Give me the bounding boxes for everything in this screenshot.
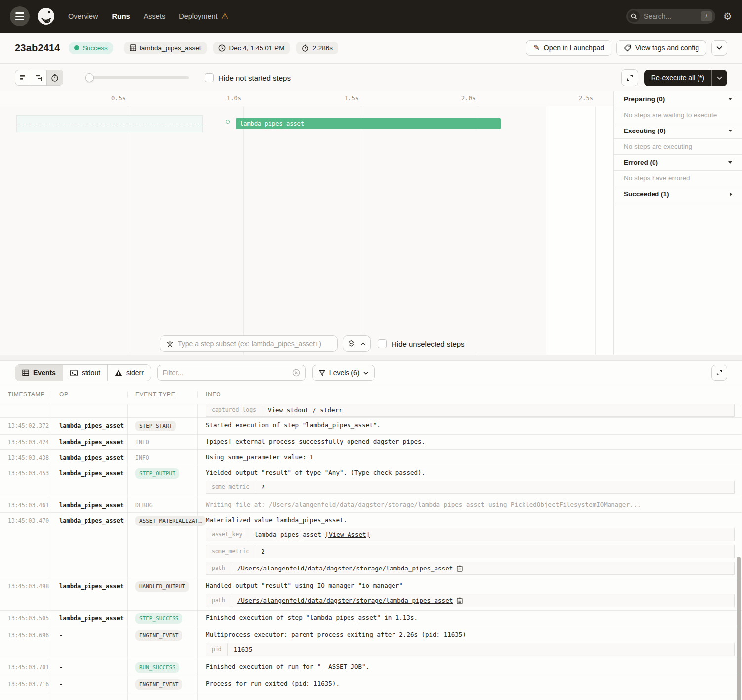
table-row[interactable]: 13:45:03.453 lambda_pipes_asset STEP_OUT…: [0, 465, 742, 497]
slider-knob[interactable]: [85, 73, 94, 82]
view-stdout-stderr-link[interactable]: View stdout / stderr: [268, 406, 343, 414]
open-launchpad-button[interactable]: ✎ Open in Launchpad: [526, 40, 611, 56]
gantt-fullscreen-button[interactable]: [621, 69, 638, 86]
empty-message: No steps are waiting to execute: [624, 111, 717, 119]
reexecute-all-button[interactable]: Re-execute all (*): [644, 70, 727, 86]
reexecute-dropdown-button[interactable]: [711, 70, 727, 86]
event-timestamp: 13:45:02.372: [8, 422, 49, 429]
copy-path-icon[interactable]: [457, 597, 463, 604]
stopwatch-icon: [51, 74, 59, 82]
run-header-more-button[interactable]: [711, 40, 727, 56]
events-scrollbar-thumb[interactable]: [737, 557, 741, 700]
table-row[interactable]: 13:45:03.438 lambda_pipes_asset INFO Usi…: [0, 450, 742, 465]
col-op: OP: [51, 391, 128, 398]
top-nav: Overview Runs Assets Deployment ⚠ / ⚙: [0, 0, 742, 33]
gantt-chart-body: lambda_pipes_asset Hide unselected steps: [0, 106, 613, 355]
step-subset-input[interactable]: [178, 340, 331, 348]
event-timestamp: 13:45:03.505: [8, 615, 49, 622]
settings-gear-icon[interactable]: ⚙: [723, 11, 732, 21]
log-filter-box[interactable]: [157, 365, 306, 381]
path-link[interactable]: /Users/alangenfeld/data/dagster/storage/…: [237, 597, 453, 604]
copy-path-icon[interactable]: [457, 565, 463, 572]
sidebar-section-preparing[interactable]: Preparing (0): [614, 91, 742, 107]
event-info: Started execution of step "lambda_pipes_…: [206, 421, 742, 430]
table-row[interactable]: 13:45:03.716 - ENGINE_EVENT Process for …: [0, 676, 742, 693]
event-op: lambda_pipes_asset: [59, 454, 124, 461]
table-row[interactable]: 13:45:03.505 lambda_pipes_asset STEP_SUC…: [0, 611, 742, 627]
table-row[interactable]: 13:45:02.372 lambda_pipes_asset STEP_STA…: [0, 418, 742, 435]
slider-track[interactable]: [89, 76, 189, 79]
metadata-key: path: [206, 594, 231, 607]
path-link[interactable]: /Users/alangenfeld/data/dagster/storage/…: [237, 565, 453, 572]
metadata-key: pid: [206, 643, 228, 656]
nav-runs[interactable]: Runs: [112, 12, 130, 20]
event-info: Finished execution of step "lambda_pipes…: [206, 613, 742, 622]
table-row[interactable]: 13:45:03.461 lambda_pipes_asset DEBUG Wr…: [0, 497, 742, 513]
search-input[interactable]: [644, 12, 693, 20]
hide-not-started-label: Hide not started steps: [218, 74, 291, 82]
global-search[interactable]: /: [626, 9, 715, 24]
event-type-plain: INFO: [135, 454, 149, 461]
step-start-marker-icon: [226, 120, 230, 124]
job-tag[interactable]: lambda_pipes_asset: [124, 42, 207, 54]
view-mode-timed-button[interactable]: [47, 70, 63, 85]
gantt-chart: 0.5s 1.0s 1.5s 2.0s 2.5s lambda_pipes_as…: [0, 91, 613, 355]
clear-filter-icon[interactable]: [292, 369, 300, 377]
table-row[interactable]: 13:45:03.424 lambda_pipes_asset INFO [pi…: [0, 435, 742, 450]
warning-triangle-icon: [115, 370, 122, 376]
start-time-label: Dec 4, 1:45:01 PM: [229, 44, 285, 52]
levels-filter-button[interactable]: Levels (6): [312, 365, 375, 381]
hide-not-started-control[interactable]: Hide not started steps: [205, 73, 291, 82]
table-row[interactable]: 13:45:03.470 lambda_pipes_asset ASSET_MA…: [0, 513, 742, 578]
chevron-down-icon: [716, 46, 722, 50]
tab-stderr[interactable]: stderr: [108, 365, 151, 381]
event-timestamp: 13:45:03.424: [8, 439, 49, 446]
view-mode-waterfall-button[interactable]: [31, 70, 47, 85]
hide-unselected-checkbox[interactable]: [378, 339, 387, 348]
event-timestamp: 13:45:03.498: [8, 583, 49, 590]
expand-icon: [716, 369, 722, 376]
section-label: Preparing (0): [624, 95, 665, 103]
job-tag-label: lambda_pipes_asset: [140, 44, 201, 52]
step-subset-box[interactable]: [160, 335, 338, 352]
table-row[interactable]: captured_logs View stdout / stderr: [0, 404, 742, 418]
dagster-logo-icon[interactable]: [37, 7, 55, 26]
log-filter-input[interactable]: [163, 369, 292, 377]
view-mode-flat-button[interactable]: [15, 70, 31, 85]
sidebar-section-errored[interactable]: Errored (0): [614, 155, 742, 171]
op-selector-icon: [166, 340, 174, 348]
tab-stdout[interactable]: stdout: [63, 365, 108, 381]
metadata-entry: some_metric 2: [206, 545, 735, 558]
panel-splitter[interactable]: [0, 355, 742, 361]
hide-not-started-checkbox[interactable]: [205, 73, 214, 82]
events-fullscreen-button[interactable]: [711, 365, 727, 381]
gantt-step-bar[interactable]: lambda_pipes_asset: [236, 118, 501, 129]
event-timestamp: 13:45:03.470: [8, 517, 49, 524]
step-waiting-region: [16, 115, 203, 132]
metadata-value: 2: [255, 481, 734, 493]
levels-label: Levels (6): [329, 369, 359, 377]
nav-assets[interactable]: Assets: [144, 12, 166, 20]
events-table-header: TIMESTAMP OP EVENT TYPE INFO: [0, 385, 742, 404]
sidebar-section-succeeded[interactable]: Succeeded (1): [614, 186, 742, 202]
event-info: Finished execution of run for "__ASSET_J…: [206, 662, 742, 671]
nav-overview[interactable]: Overview: [68, 12, 98, 20]
table-row[interactable]: 13:45:03.696 - ENGINE_EVENT Multiprocess…: [0, 627, 742, 659]
empty-message: No steps have errored: [624, 175, 690, 182]
open-launchpad-label: Open in Launchpad: [544, 44, 604, 52]
nav-deployment[interactable]: Deployment: [179, 12, 217, 20]
deployment-warning-icon[interactable]: ⚠: [221, 12, 229, 21]
view-asset-link[interactable]: [View Asset]: [325, 531, 370, 538]
sidebar-section-executing[interactable]: Executing (0): [614, 123, 742, 139]
tick-label: 1.5s: [329, 95, 359, 102]
zoom-controls[interactable]: [343, 335, 371, 352]
table-row[interactable]: 13:45:03.701 - RUN_SUCCESS Finished exec…: [0, 659, 742, 676]
tick-label: 2.5s: [564, 95, 593, 102]
tab-events[interactable]: Events: [15, 365, 63, 381]
table-row[interactable]: 13:45:03.498 lambda_pipes_asset HANDLED_…: [0, 578, 742, 611]
gantt-zoom-slider[interactable]: [85, 73, 189, 82]
main-nav: Overview Runs Assets Deployment ⚠: [68, 12, 229, 21]
hide-unselected-control[interactable]: Hide unselected steps: [378, 339, 465, 348]
view-tags-config-button[interactable]: View tags and config: [616, 40, 706, 56]
hamburger-menu-button[interactable]: [10, 6, 30, 26]
